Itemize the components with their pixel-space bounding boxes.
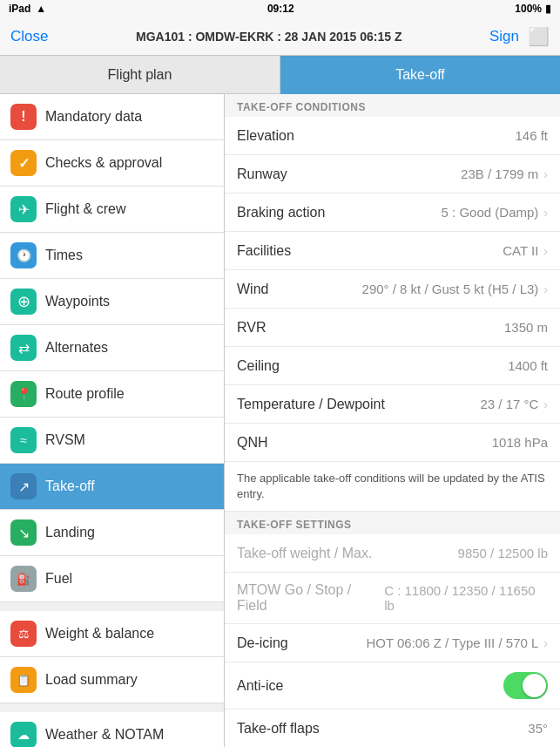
flight-crew-icon: ✈ xyxy=(10,196,37,222)
nav-bar: Close MGA101 : OMDW-EKRK : 28 JAN 2015 0… xyxy=(0,17,560,56)
main-layout: ! Mandatory data ✓ Checks & approval ✈ F… xyxy=(0,94,560,747)
wind-chevron: › xyxy=(543,282,548,296)
nav-right: Sign ⬜ xyxy=(489,26,550,47)
sidebar-item-weather-notam[interactable]: ☁ Weather & NOTAM xyxy=(0,712,224,747)
row-facilities[interactable]: Facilities CAT II › xyxy=(225,232,560,270)
row-temperature[interactable]: Temperature / Dewpoint 23 / 17 °C › xyxy=(225,385,560,424)
sidebar-label-alternates: Alternates xyxy=(45,340,108,356)
device-label: iPad xyxy=(9,3,30,15)
temperature-chevron: › xyxy=(543,397,548,411)
sidebar-item-waypoints[interactable]: ⊕ Waypoints xyxy=(0,279,224,325)
row-mtow: MTOW Go / Stop / Field C : 11800 / 12350… xyxy=(225,573,560,624)
sidebar-item-weight-balance[interactable]: ⚖ Weight & balance xyxy=(0,611,224,657)
nav-title: MGA101 : OMDW-EKRK : 28 JAN 2015 06:15 Z xyxy=(136,30,401,44)
toggle-knob xyxy=(523,674,546,697)
sidebar-item-checks-approval[interactable]: ✓ Checks & approval xyxy=(0,140,224,187)
info-text: The applicable take-off conditions will … xyxy=(225,462,560,512)
sidebar-label-weather-notam: Weather & NOTAM xyxy=(45,727,164,743)
tab-flight-plan[interactable]: Flight plan xyxy=(0,56,280,94)
status-left: iPad ▲ xyxy=(9,3,46,15)
row-runway[interactable]: Runway 23B / 1799 m › xyxy=(225,155,560,194)
row-takeoff-flaps: Take-off flaps 35° xyxy=(225,710,560,747)
sidebar-item-load-summary[interactable]: 📋 Load summary xyxy=(0,657,224,703)
sidebar-item-alternates[interactable]: ⇄ Alternates xyxy=(0,325,224,371)
document-icon[interactable]: ⬜ xyxy=(528,26,550,47)
runway-chevron: › xyxy=(543,167,548,181)
sidebar-item-rvsm[interactable]: ≈ RVSM xyxy=(0,418,224,464)
take-off-icon: ↗ xyxy=(10,473,37,499)
row-ceiling: Ceiling 1400 ft xyxy=(225,347,560,385)
fuel-icon: ⛽ xyxy=(10,566,37,592)
waypoints-icon: ⊕ xyxy=(10,289,37,315)
braking-chevron: › xyxy=(543,206,548,220)
status-time: 09:12 xyxy=(267,3,294,15)
load-summary-icon: 📋 xyxy=(10,667,37,693)
row-takeoff-weight: Take-off weight / Max. 9850 / 12500 lb xyxy=(225,534,560,573)
sidebar-label-checks-approval: Checks & approval xyxy=(45,155,162,171)
sidebar-item-times[interactable]: 🕐 Times xyxy=(0,233,224,279)
sidebar-label-route-profile: Route profile xyxy=(45,386,125,402)
wifi-icon: ▲ xyxy=(36,3,46,15)
sidebar-label-flight-crew: Flight & crew xyxy=(45,201,125,217)
row-rvr: RVR 1350 m xyxy=(225,309,560,347)
close-button[interactable]: Close xyxy=(10,28,48,45)
de-icing-chevron: › xyxy=(543,636,548,650)
sidebar: ! Mandatory data ✓ Checks & approval ✈ F… xyxy=(0,94,225,747)
sidebar-item-route-profile[interactable]: 📍 Route profile xyxy=(0,371,224,418)
sidebar-item-flight-crew[interactable]: ✈ Flight & crew xyxy=(0,187,224,233)
sidebar-label-times: Times xyxy=(45,248,83,263)
sidebar-label-waypoints: Waypoints xyxy=(45,294,110,309)
mandatory-data-icon: ! xyxy=(10,104,37,130)
times-icon: 🕐 xyxy=(10,242,37,268)
facilities-chevron: › xyxy=(543,244,548,258)
sign-button[interactable]: Sign xyxy=(489,28,519,45)
landing-icon: ↘ xyxy=(10,520,37,546)
sidebar-label-load-summary: Load summary xyxy=(45,672,138,688)
sidebar-label-fuel: Fuel xyxy=(45,571,72,587)
row-braking-action[interactable]: Braking action 5 : Good (Damp) › xyxy=(225,194,560,232)
alternates-icon: ⇄ xyxy=(10,335,37,361)
row-qnh: QNH 1018 hPa xyxy=(225,424,560,462)
right-panel: TAKE-OFF CONDITIONS Elevation 146 ft Run… xyxy=(225,94,560,747)
tab-bar: Flight plan Take-off xyxy=(0,56,560,94)
weight-balance-icon: ⚖ xyxy=(10,621,37,647)
sidebar-item-take-off[interactable]: ↗ Take-off xyxy=(0,464,224,510)
settings-header: TAKE-OFF SETTINGS xyxy=(225,512,560,534)
sidebar-label-take-off: Take-off xyxy=(45,479,95,494)
sidebar-label-weight-balance: Weight & balance xyxy=(45,626,154,642)
sidebar-item-fuel[interactable]: ⛽ Fuel xyxy=(0,556,224,602)
rvsm-icon: ≈ xyxy=(10,427,37,453)
row-wind[interactable]: Wind 290° / 8 kt / Gust 5 kt (H5 / L3) › xyxy=(225,270,560,309)
battery-label: 100% xyxy=(515,3,542,15)
route-profile-icon: 📍 xyxy=(10,381,37,407)
sidebar-item-mandatory-data[interactable]: ! Mandatory data xyxy=(0,94,224,140)
sidebar-label-landing: Landing xyxy=(45,525,95,540)
checks-approval-icon: ✓ xyxy=(10,150,37,176)
battery-icon: ▮ xyxy=(545,3,551,15)
sidebar-divider-2 xyxy=(0,703,224,712)
status-right: 100% ▮ xyxy=(515,3,551,15)
row-elevation: Elevation 146 ft xyxy=(225,117,560,155)
conditions-header: TAKE-OFF CONDITIONS xyxy=(225,94,560,117)
sidebar-item-landing[interactable]: ↘ Landing xyxy=(0,510,224,556)
row-de-icing[interactable]: De-icing HOT 06:06 Z / Type III / 570 L … xyxy=(225,624,560,662)
anti-ice-toggle[interactable] xyxy=(503,672,548,699)
status-bar: iPad ▲ 09:12 100% ▮ xyxy=(0,0,560,17)
sidebar-divider xyxy=(0,602,224,611)
sidebar-label-rvsm: RVSM xyxy=(45,432,85,448)
row-anti-ice: Anti-ice xyxy=(225,662,560,710)
weather-notam-icon: ☁ xyxy=(10,722,37,747)
sidebar-label-mandatory-data: Mandatory data xyxy=(45,109,142,125)
tab-takeoff[interactable]: Take-off xyxy=(280,56,560,94)
